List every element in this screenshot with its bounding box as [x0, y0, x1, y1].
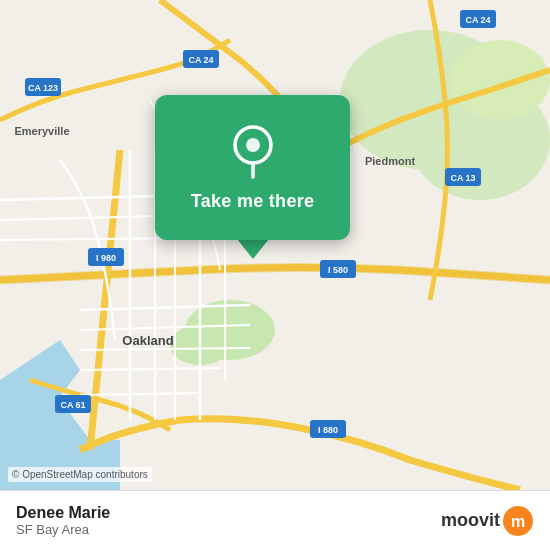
svg-text:I 880: I 880 — [318, 425, 338, 435]
svg-point-42 — [246, 138, 260, 152]
svg-text:m: m — [511, 513, 525, 530]
svg-text:CA 13: CA 13 — [450, 173, 475, 183]
location-info: Denee Marie SF Bay Area — [16, 504, 110, 537]
svg-point-8 — [450, 40, 550, 120]
moovit-logo: moovit m — [441, 505, 534, 537]
svg-rect-3 — [0, 440, 120, 490]
svg-text:CA 24: CA 24 — [188, 55, 213, 65]
moovit-text: moovit — [441, 510, 500, 531]
svg-text:I 580: I 580 — [328, 265, 348, 275]
map-attribution: © OpenStreetMap contributors — [8, 467, 152, 482]
popup-green-box[interactable]: Take me there — [155, 95, 350, 240]
location-name: Denee Marie — [16, 504, 110, 522]
location-region: SF Bay Area — [16, 522, 110, 537]
take-me-there-label: Take me there — [191, 191, 315, 212]
svg-text:Piedmont: Piedmont — [365, 155, 415, 167]
bottom-bar: Denee Marie SF Bay Area moovit m — [0, 490, 550, 550]
map-container: CA 24 CA 123 CA 13 I 580 I 980 I 880 CA … — [0, 0, 550, 490]
location-pin-icon — [229, 123, 277, 183]
popup-arrow — [237, 239, 269, 259]
svg-text:Emeryville: Emeryville — [14, 125, 69, 137]
svg-text:CA 123: CA 123 — [28, 83, 58, 93]
svg-text:I 980: I 980 — [96, 253, 116, 263]
svg-text:Oakland: Oakland — [122, 333, 173, 348]
moovit-icon: m — [502, 505, 534, 537]
take-me-there-popup[interactable]: Take me there — [155, 95, 350, 259]
svg-text:CA 24: CA 24 — [465, 15, 490, 25]
svg-text:CA 61: CA 61 — [60, 400, 85, 410]
